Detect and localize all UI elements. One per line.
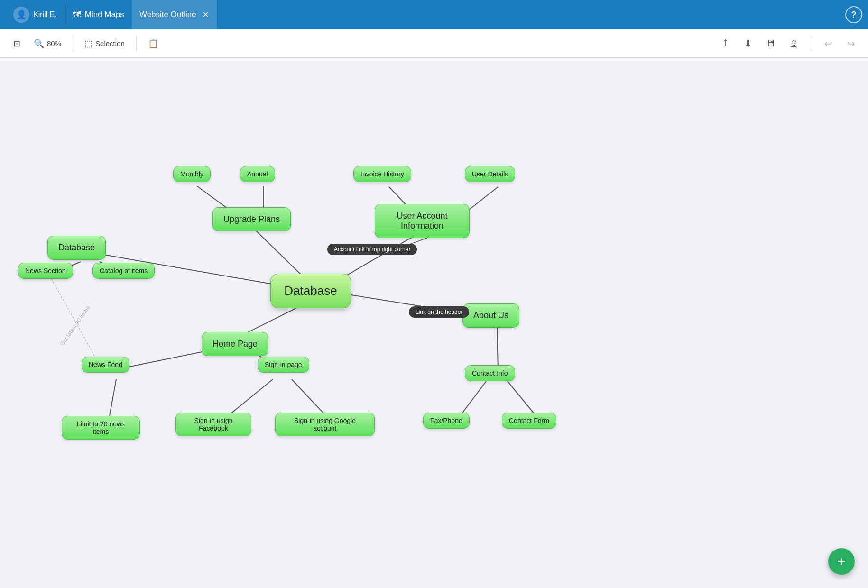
rotated-label: Get latest 20 items [59, 304, 92, 347]
fit-button[interactable]: ⊡ [8, 36, 26, 52]
print-icon: 🖨 [789, 38, 798, 49]
svg-line-17 [497, 327, 498, 371]
note-header: Link on the header [409, 306, 469, 318]
clipboard-icon: 📋 [148, 38, 158, 49]
website-outline-label: Website Outline [139, 10, 196, 19]
present-button[interactable]: 🖥 [761, 34, 780, 53]
help-button[interactable]: ? [845, 6, 862, 23]
share-icon: ⤴ [723, 38, 728, 49]
selection-label: Selection [95, 39, 125, 47]
node-user-account[interactable]: User Account Information [375, 204, 470, 238]
undo-button[interactable]: ↩ [819, 34, 838, 53]
close-tab-icon[interactable]: ✕ [202, 9, 209, 20]
svg-line-1 [254, 229, 307, 281]
download-icon: ⬇ [744, 38, 752, 49]
node-news-feed[interactable]: News Feed [82, 357, 129, 373]
zoom-label: 80% [47, 39, 61, 47]
svg-line-13 [109, 379, 116, 418]
node-catalog[interactable]: Catalog of items [92, 263, 155, 279]
node-news-section[interactable]: News Section [18, 263, 73, 279]
website-outline-tab[interactable]: Website Outline ✕ [132, 0, 217, 29]
undo-icon: ↩ [824, 38, 832, 49]
node-monthly[interactable]: Monthly [173, 166, 211, 182]
app-header: 👤 Kirill E. 🗺 Mind Maps Website Outline … [0, 0, 868, 29]
redo-button[interactable]: ↪ [841, 34, 860, 53]
svg-line-15 [226, 379, 273, 417]
fit-icon: ⊡ [13, 38, 20, 49]
mindmaps-icon: 🗺 [73, 10, 81, 20]
zoom-icon: 🔍 [34, 38, 44, 49]
node-upgrade-plans[interactable]: Upgrade Plans [212, 207, 291, 231]
selection-button[interactable]: ⬚ Selection [79, 36, 130, 52]
redo-icon: ↪ [847, 38, 855, 49]
node-about-us[interactable]: About Us [462, 303, 519, 328]
toolbar-sep-3 [811, 36, 811, 51]
node-database[interactable]: Database [47, 236, 106, 260]
svg-line-16 [292, 379, 327, 417]
mindmap-canvas[interactable]: Database Database Upgrade Plans User Acc… [0, 58, 868, 588]
note-account: Account link in top right corner [327, 244, 417, 255]
mindmaps-label: Mind Maps [85, 10, 124, 19]
user-menu[interactable]: 👤 Kirill E. [6, 7, 65, 23]
svg-line-18 [460, 381, 486, 416]
clipboard-button[interactable]: 📋 [142, 36, 164, 52]
svg-line-14 [50, 276, 95, 357]
node-limit-news[interactable]: Limit to 20 news items [62, 416, 140, 440]
add-node-fab[interactable]: + [828, 548, 855, 575]
help-label: ? [851, 10, 857, 20]
mindmaps-tab[interactable]: 🗺 Mind Maps [65, 0, 132, 29]
mindmap-lines [0, 58, 868, 588]
avatar: 👤 [13, 7, 29, 23]
node-home-page[interactable]: Home Page [202, 332, 268, 356]
toolbar-right: ⤴ ⬇ 🖥 🖨 ↩ ↪ [716, 34, 860, 53]
node-annual[interactable]: Annual [240, 166, 275, 182]
zoom-button[interactable]: 🔍 80% [28, 36, 67, 52]
svg-line-19 [508, 381, 536, 416]
node-our-website[interactable]: Database [270, 274, 351, 308]
download-button[interactable]: ⬇ [739, 34, 757, 53]
node-user-details[interactable]: User Details [465, 166, 515, 182]
selection-icon: ⬚ [84, 38, 92, 49]
node-fax-phone[interactable]: Fax/Phone [423, 413, 470, 429]
node-contact-form[interactable]: Contact Form [502, 413, 556, 429]
node-contact-info[interactable]: Contact Info [465, 365, 515, 381]
print-button[interactable]: 🖨 [784, 34, 803, 53]
fab-icon: + [838, 554, 845, 569]
username-label: Kirill E. [33, 10, 57, 19]
share-button[interactable]: ⤴ [716, 34, 735, 53]
node-signin-google[interactable]: Sign-in using Google account [275, 413, 375, 436]
node-invoice-history[interactable]: Invoice History [353, 166, 411, 182]
present-icon: 🖥 [766, 38, 776, 49]
toolbar-sep-1 [73, 36, 73, 51]
node-signin-facebook[interactable]: Sign-in usign Facebook [175, 413, 251, 436]
toolbar: ⊡ 🔍 80% ⬚ Selection 📋 ⤴ ⬇ 🖥 🖨 ↩ ↪ [0, 29, 868, 58]
node-signin-page[interactable]: Sign-in page [258, 357, 309, 373]
toolbar-sep-2 [136, 36, 137, 51]
